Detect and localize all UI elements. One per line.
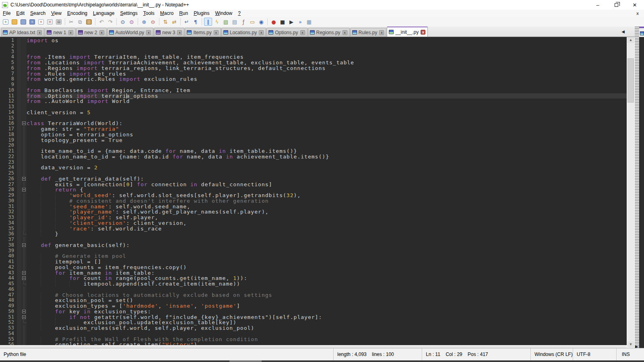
menu-window[interactable]: Window xyxy=(213,10,235,17)
bookmark-margin[interactable] xyxy=(17,303,21,309)
tab-close-icon[interactable]: x xyxy=(146,30,151,35)
bookmark-margin[interactable] xyxy=(17,104,21,110)
bookmark-margin[interactable] xyxy=(17,71,21,77)
tab-close-icon[interactable]: x xyxy=(300,30,305,35)
bookmark-margin[interactable] xyxy=(17,182,21,187)
bookmark-margin[interactable] xyxy=(17,226,21,232)
bookmark-margin[interactable] xyxy=(17,292,21,298)
tab-close-icon[interactable]: x xyxy=(99,30,104,35)
tab-close-icon[interactable]: x xyxy=(259,30,264,35)
show-all-characters-icon[interactable]: ¶ xyxy=(192,18,200,26)
bookmark-margin[interactable] xyxy=(17,331,21,337)
close-button[interactable]: ✕ xyxy=(625,0,644,10)
print-icon[interactable]: ▤ xyxy=(55,18,63,26)
bookmark-margin[interactable] xyxy=(17,342,21,345)
bookmark-margin[interactable] xyxy=(17,281,21,287)
define-language-icon[interactable]: ϟ xyxy=(213,18,221,26)
bookmark-margin[interactable] xyxy=(17,215,21,220)
status-insert-mode[interactable]: INS xyxy=(616,348,644,360)
bookmark-margin[interactable] xyxy=(17,115,21,121)
bookmark-margin[interactable] xyxy=(17,54,21,60)
status-encoding[interactable]: UTF-8 xyxy=(573,348,616,360)
bookmark-margin[interactable] xyxy=(17,276,21,281)
bookmark-margin[interactable] xyxy=(17,165,21,171)
bookmark-margin[interactable] xyxy=(17,132,21,138)
bookmark-margin[interactable] xyxy=(17,66,21,71)
document-map-icon[interactable]: ▧ xyxy=(222,18,230,26)
bookmark-margin[interactable] xyxy=(17,148,21,154)
menu-run[interactable]: Run xyxy=(176,10,191,17)
bookmark-margin[interactable] xyxy=(17,309,21,315)
bookmark-margin[interactable] xyxy=(17,43,21,49)
save-file-icon[interactable] xyxy=(19,18,27,26)
undo-icon[interactable]: ↶ xyxy=(97,18,105,26)
macro-run-multiple-icon[interactable]: » xyxy=(296,18,304,26)
menu-edit[interactable]: Edit xyxy=(13,10,27,17)
fold-collapse-icon[interactable] xyxy=(21,309,27,315)
zoom-out-icon[interactable]: ⊖ xyxy=(149,18,157,26)
fold-collapse-icon[interactable] xyxy=(21,176,27,182)
bookmark-margin[interactable] xyxy=(17,204,21,210)
bookmark-margin[interactable] xyxy=(17,154,21,160)
bookmark-margin[interactable] xyxy=(17,298,21,303)
close-all-icon[interactable]: × xyxy=(46,18,54,26)
tab-options-py[interactable]: Options.pyx xyxy=(266,28,307,37)
bookmark-margin[interactable] xyxy=(17,259,21,265)
tab-autoworld-py[interactable]: AutoWorld.pyx xyxy=(107,28,154,37)
fold-collapse-icon[interactable] xyxy=(21,276,27,281)
word-wrap-icon[interactable]: ↵ xyxy=(183,18,191,26)
sync-vertical-scrolling-icon[interactable]: ⇅ xyxy=(161,18,169,26)
bookmark-margin[interactable] xyxy=(17,248,21,254)
tab-ap-ideas-txt[interactable]: AP Ideas.txtx xyxy=(1,28,44,37)
tab--init-py[interactable]: __init__.pyx xyxy=(387,27,428,37)
bookmark-margin[interactable] xyxy=(17,209,21,215)
document-list-icon[interactable]: ▤ xyxy=(231,18,239,26)
view-splitter[interactable] xyxy=(635,27,639,351)
fold-collapse-icon[interactable] xyxy=(21,187,27,193)
bookmark-margin[interactable] xyxy=(17,320,21,325)
menu-help[interactable]: ? xyxy=(235,10,244,17)
bookmark-margin[interactable] xyxy=(17,88,21,93)
paste-icon[interactable]: ▯ xyxy=(85,18,93,26)
bookmark-margin[interactable] xyxy=(17,171,21,176)
tab-regions-py[interactable]: Regions.pyx xyxy=(308,28,350,37)
tab-scroll-left-icon[interactable]: ◀ xyxy=(621,29,625,34)
status-eol-format[interactable]: Windows (CR LF) xyxy=(530,348,573,360)
bookmark-margin[interactable] xyxy=(17,315,21,320)
bookmark-margin[interactable] xyxy=(17,121,21,126)
close-file-icon[interactable]: × xyxy=(37,18,45,26)
menu-language[interactable]: Language xyxy=(90,10,117,17)
menu-file[interactable]: File xyxy=(0,10,13,17)
tab-items-py[interactable]: Items.pyx xyxy=(185,28,221,37)
tab-new-3[interactable]: new 3x xyxy=(154,28,184,37)
bookmark-margin[interactable] xyxy=(17,143,21,148)
bookmark-margin[interactable] xyxy=(17,160,21,165)
bookmark-margin[interactable] xyxy=(17,243,21,248)
bookmark-margin[interactable] xyxy=(17,237,21,243)
fold-collapse-icon[interactable] xyxy=(21,243,27,248)
tab-close-icon[interactable]: x xyxy=(379,30,384,35)
tab-new-1[interactable]: new 1x xyxy=(45,28,75,37)
bookmark-margin[interactable] xyxy=(17,110,21,115)
save-all-icon[interactable]: + xyxy=(28,18,36,26)
macro-playback-icon[interactable]: ▶ xyxy=(287,18,295,26)
horizontal-scrollbar[interactable] xyxy=(0,345,627,348)
redo-icon[interactable]: ↷ xyxy=(106,18,114,26)
fold-collapse-icon[interactable] xyxy=(21,315,27,320)
monitoring-icon[interactable]: ◉ xyxy=(257,18,265,26)
bookmark-margin[interactable] xyxy=(17,287,21,292)
menu-encoding[interactable]: Encoding xyxy=(64,10,90,17)
code-editor[interactable]: 1import os234from .Items import Terraria… xyxy=(0,37,627,345)
macro-record-icon[interactable]: ● xyxy=(270,18,278,26)
open-file-icon[interactable] xyxy=(10,18,19,26)
macro-stop-icon[interactable]: ■ xyxy=(279,18,287,26)
menu-view[interactable]: View xyxy=(48,10,64,17)
bookmark-margin[interactable] xyxy=(17,220,21,226)
tab-close-icon[interactable]: x xyxy=(421,30,425,35)
zoom-in-icon[interactable]: ⊕ xyxy=(140,18,148,26)
scrollbar-thumb[interactable] xyxy=(627,58,634,103)
bookmark-margin[interactable] xyxy=(17,270,21,276)
new-file-icon[interactable]: + xyxy=(2,18,10,26)
bookmark-margin[interactable] xyxy=(17,82,21,88)
bookmark-margin[interactable] xyxy=(17,337,21,342)
